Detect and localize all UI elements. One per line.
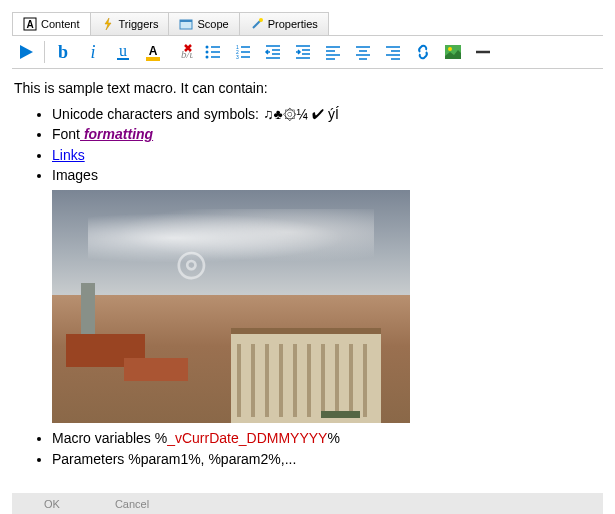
svg-point-15 <box>206 56 209 59</box>
bullet-list-button[interactable] <box>201 40 225 64</box>
svg-text:A: A <box>26 19 33 30</box>
links-link[interactable]: Links <box>52 147 85 163</box>
intro-text: This is sample text macro. It can contai… <box>14 79 601 99</box>
numbered-list-button[interactable]: 123 <box>231 40 255 64</box>
params-text: Parameters %param1%, %param2%,... <box>52 451 296 467</box>
align-left-button[interactable] <box>321 40 345 64</box>
formatting-styled: formatting <box>80 126 153 142</box>
run-button[interactable] <box>14 40 38 64</box>
image-button[interactable] <box>441 40 465 64</box>
svg-rect-11 <box>146 57 160 61</box>
macro-suffix: % <box>327 430 339 446</box>
outdent-button[interactable] <box>261 40 285 64</box>
tab-bar: A Content Triggers Scope Properties <box>12 12 603 36</box>
list-item: Links <box>52 146 601 166</box>
align-center-button[interactable] <box>351 40 375 64</box>
content-area[interactable]: This is sample text macro. It can contai… <box>12 69 603 485</box>
text-icon: A <box>23 17 37 31</box>
indent-button[interactable] <box>291 40 315 64</box>
list-item: Unicode characters and symbols: ♫♣۞¼ ✔ ý… <box>52 105 601 125</box>
cancel-button[interactable]: Cancel <box>92 493 172 514</box>
svg-point-13 <box>206 46 209 49</box>
list-item: Macro variables %_vCurrDate_DDMMYYYY% <box>52 429 601 449</box>
tab-scope-label: Scope <box>197 18 228 30</box>
svg-point-14 <box>206 51 209 54</box>
tab-content-label: Content <box>41 18 80 30</box>
list-item: Parameters %param1%, %param2%,... <box>52 450 601 470</box>
unicode-label: Unicode characters and symbols: <box>52 106 263 122</box>
tab-triggers-label: Triggers <box>119 18 159 30</box>
align-right-button[interactable] <box>381 40 405 64</box>
clear-format-button[interactable]: b/u <box>171 40 195 64</box>
italic-button[interactable]: i <box>81 40 105 64</box>
wand-icon <box>250 17 264 31</box>
macro-variable: _vCurrDate_DDMMYYYY <box>167 430 327 446</box>
formatting-prefix: Font <box>52 126 80 142</box>
lightning-icon <box>101 17 115 31</box>
svg-text:u: u <box>119 42 127 59</box>
images-label: Images <box>52 167 98 183</box>
unicode-symbols: ♫♣۞¼ ✔ ýÍ <box>263 106 339 122</box>
list-item: Images ⦾ <box>52 166 601 423</box>
svg-text:A: A <box>149 44 158 58</box>
scope-icon <box>179 17 193 31</box>
hr-button[interactable] <box>471 40 495 64</box>
link-button[interactable] <box>411 40 435 64</box>
editor-toolbar: b i u A b/u 123 <box>12 36 603 69</box>
svg-text:b: b <box>58 42 68 62</box>
tab-properties-label: Properties <box>268 18 318 30</box>
font-color-button[interactable]: A <box>141 40 165 64</box>
tab-triggers[interactable]: Triggers <box>90 12 170 35</box>
svg-point-5 <box>259 18 263 22</box>
svg-text:3: 3 <box>236 54 239 60</box>
tab-content[interactable]: A Content <box>12 12 91 35</box>
svg-point-46 <box>448 47 452 51</box>
sample-image: ⦾ <box>52 190 410 423</box>
svg-text:i: i <box>90 42 95 62</box>
button-bar: OK Cancel <box>12 493 603 514</box>
bold-button[interactable]: b <box>51 40 75 64</box>
underline-button[interactable]: u <box>111 40 135 64</box>
separator <box>44 41 45 63</box>
svg-rect-3 <box>180 20 192 22</box>
watermark-icon: ⦾ <box>177 241 206 291</box>
macro-prefix: Macro variables % <box>52 430 167 446</box>
list-item: Font formatting <box>52 125 601 145</box>
tab-scope[interactable]: Scope <box>168 12 239 35</box>
ok-button[interactable]: OK <box>12 493 92 514</box>
tab-properties[interactable]: Properties <box>239 12 329 35</box>
